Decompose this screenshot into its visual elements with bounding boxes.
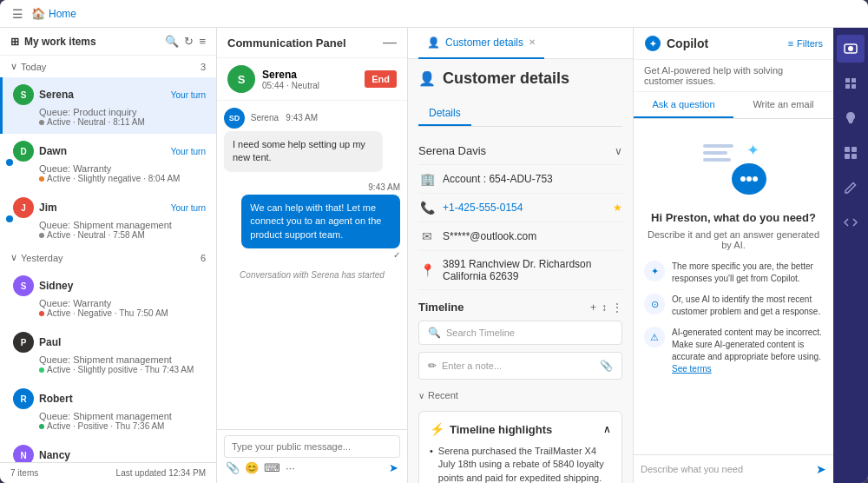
name-nancy: Nancy <box>39 449 206 461</box>
queue-jim: Queue: Shipment management <box>13 220 206 230</box>
more-timeline-icon[interactable]: ⋮ <box>612 301 622 314</box>
item-count: 7 items <box>10 468 38 478</box>
recent-header[interactable]: ∨ Recent <box>418 387 622 404</box>
star-icon[interactable]: ★ <box>613 202 622 214</box>
phone-icon: 📞 <box>418 201 436 215</box>
attachment-icon[interactable]: 📎 <box>226 461 240 474</box>
contact-info: Serena 05:44 · Neutral <box>262 69 358 90</box>
copilot-logo-icon: ✦ <box>644 35 661 52</box>
filters-button[interactable]: ≡ Filters <box>788 38 823 49</box>
work-item-robert[interactable]: R Robert Queue: Shipment management Acti… <box>0 381 216 438</box>
app-container: ☰ 🏠 Home ⊞ My work items 🔍 ↻ ≡ <box>0 0 868 483</box>
svg-rect-2 <box>703 144 733 148</box>
svg-rect-14 <box>845 154 850 159</box>
sort-icon[interactable]: ↕ <box>602 301 607 314</box>
tab-write-email[interactable]: Write an email <box>733 92 833 118</box>
highlights-header: ⚡ Timeline highlights ∧ <box>430 422 611 436</box>
avatar-serena: S <box>13 84 34 105</box>
status-dawn: Active · Slightly negative · 8:04 AM <box>13 174 206 183</box>
customer-panel-tabs: 👤 Customer details ✕ <box>408 28 633 59</box>
chat-toolbar: 📎 😊 ⌨ ··· ➤ <box>224 458 400 478</box>
phone-number[interactable]: +1-425-555-0154 <box>443 202 606 214</box>
account-icon: 🏢 <box>418 172 436 186</box>
copilot-tabs: Ask a question Write an email <box>634 92 833 119</box>
search-icon[interactable]: 🔍 <box>165 35 179 48</box>
customer-title: Customer details <box>443 69 569 88</box>
work-items-title: ⊞ My work items <box>10 36 96 48</box>
communication-panel: Communication Panel — S Serena 05:44 · N… <box>217 28 408 483</box>
tab-close-icon[interactable]: ✕ <box>529 37 536 47</box>
home-label: Home <box>49 8 76 20</box>
work-item-paul[interactable]: P Paul Queue: Shipment management Active… <box>0 325 216 381</box>
copilot-send-icon[interactable]: ➤ <box>816 462 826 476</box>
yesterday-chevron[interactable]: ∨ <box>10 252 17 263</box>
work-item-jim[interactable]: J Jim Your turn Queue: Shipment manageme… <box>0 190 216 247</box>
queue-serena: Queue: Product inquiry <box>13 107 206 117</box>
today-label: Today <box>21 62 46 72</box>
sidebar-icon-code[interactable] <box>837 208 865 236</box>
name-serena: Serena <box>39 89 166 101</box>
message-time-1: 9:43 AM <box>281 113 318 122</box>
highlights-title: Timeline highlights <box>450 423 552 436</box>
filter-icon[interactable]: ≡ <box>199 35 206 48</box>
end-button[interactable]: End <box>365 70 397 88</box>
expand-icon[interactable]: ∨ <box>615 145 622 157</box>
work-items-footer: 7 items Last updated 12:34 PM <box>0 462 216 483</box>
highlight-item-1: Serena purchased the TrailMaster X4 July… <box>430 445 611 483</box>
work-item-nancy[interactable]: N Nancy Queue: Warranty Active · Positiv… <box>0 438 216 462</box>
tip-text-1: The more specific you are, the better re… <box>672 261 823 285</box>
add-timeline-icon[interactable]: + <box>590 301 596 314</box>
sidebar-icon-grid[interactable] <box>837 139 865 167</box>
tip-text-2: Or, use AI to identify the most recent c… <box>672 294 823 318</box>
svg-rect-13 <box>852 147 857 152</box>
detail-tab-details[interactable]: Details <box>418 102 471 126</box>
timeline-actions: + ↕ ⋮ <box>590 301 622 314</box>
home-tab[interactable]: 🏠 Home <box>31 7 76 20</box>
refresh-icon[interactable]: ↻ <box>184 35 194 48</box>
customer-tab-label: Customer details <box>445 36 523 49</box>
sidebar-icon-edit[interactable] <box>837 174 865 202</box>
avatar-paul: P <box>13 332 34 353</box>
copilot-tip-1: ✦ The more specific you are, the better … <box>644 261 823 285</box>
contact-sentiment: Neutral <box>292 81 319 90</box>
chat-input[interactable] <box>224 435 400 458</box>
customer-content: 👤 Customer details Details Serena Davis … <box>408 59 633 483</box>
today-chevron[interactable]: ∨ <box>10 61 17 72</box>
tip-text-3: AI-generated content may be incorrect. M… <box>672 327 823 375</box>
customer-details-panel: 👤 Customer details ✕ 👤 Customer details … <box>408 28 634 483</box>
sidebar-icon-teams[interactable] <box>837 35 865 63</box>
gif-icon[interactable]: ⌨ <box>264 461 280 474</box>
tab-ask-question[interactable]: Ask a question <box>634 92 733 118</box>
tab-customer-details[interactable]: 👤 Customer details ✕ <box>418 28 544 59</box>
svg-point-11 <box>848 46 853 51</box>
emoji-icon[interactable]: 😊 <box>245 461 259 474</box>
chat-message-incoming: SD Serena 9:43 AM I need some help setti… <box>224 108 400 172</box>
queue-robert: Queue: Shipment management <box>13 411 206 421</box>
tip-icon-2: ⊙ <box>644 294 665 314</box>
menu-icon[interactable]: ☰ <box>10 7 24 21</box>
queue-paul: Queue: Shipment management <box>13 354 206 365</box>
work-item-serena[interactable]: S Serena Your turn Queue: Product inquir… <box>0 77 216 134</box>
chat-message-outgoing: 9:43 AM We can help with that! Let me co… <box>224 182 400 260</box>
copilot-input[interactable] <box>641 464 811 474</box>
svg-point-7 <box>746 176 752 182</box>
address: 3891 Ranchview Dr. Richardson California… <box>443 258 622 282</box>
minimize-icon[interactable]: — <box>383 35 397 50</box>
send-icon[interactable]: ➤ <box>389 461 398 474</box>
sidebar-icon-lightbulb[interactable] <box>837 104 865 132</box>
contact-status: 05:44 · Neutral <box>262 81 358 90</box>
turn-dawn: Your turn <box>171 147 206 156</box>
yesterday-count: 6 <box>201 253 206 263</box>
status-serena: Active · Neutral · 8:11 AM <box>13 117 206 127</box>
terms-link[interactable]: See terms <box>672 364 712 374</box>
work-item-dawn[interactable]: D Dawn Your turn Queue: Warranty Active … <box>0 134 216 190</box>
status-jim: Active · Neutral · 7:58 AM <box>13 230 206 240</box>
more-icon[interactable]: ··· <box>286 461 295 474</box>
name-dawn: Dawn <box>39 145 166 157</box>
sidebar-icon-apps[interactable] <box>837 69 865 97</box>
work-item-sidney[interactable]: S Sidney Queue: Warranty Active · Negati… <box>0 268 216 325</box>
avatar-nancy: N <box>13 445 34 462</box>
attach-icon[interactable]: 📎 <box>600 360 613 372</box>
highlights-chevron[interactable]: ∧ <box>603 423 611 435</box>
contact-avatar: S <box>227 65 255 93</box>
